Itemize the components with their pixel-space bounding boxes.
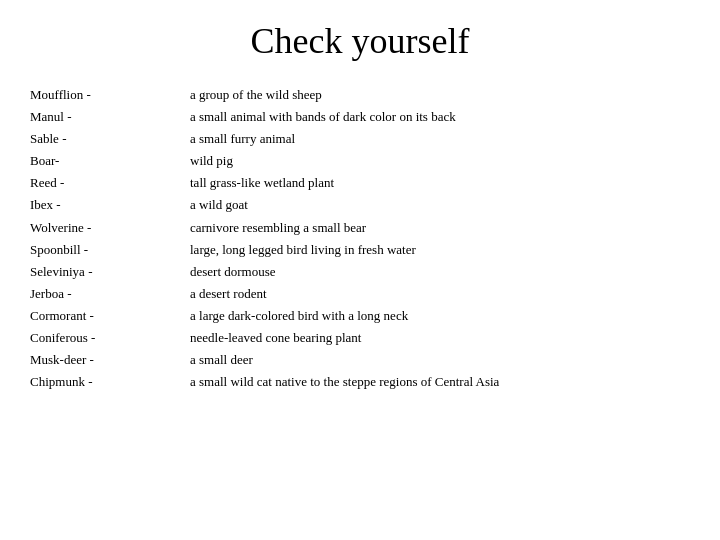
- page-title: Check yourself: [30, 20, 690, 62]
- term-5: Ibex -: [30, 194, 190, 216]
- term-8: Seleviniya -: [30, 261, 190, 283]
- term-3: Boar-: [30, 150, 190, 172]
- definition-1: a small animal with bands of dark color …: [190, 106, 690, 128]
- term-11: Coniferous -: [30, 327, 190, 349]
- definition-13: a small wild cat native to the steppe re…: [190, 371, 690, 393]
- definitions-column: a group of the wild sheepa small animal …: [190, 84, 690, 393]
- term-0: Moufflion -: [30, 84, 190, 106]
- term-12: Musk-deer -: [30, 349, 190, 371]
- term-1: Manul -: [30, 106, 190, 128]
- term-10: Cormorant -: [30, 305, 190, 327]
- definition-5: a wild goat: [190, 194, 690, 216]
- definition-4: tall grass-like wetland plant: [190, 172, 690, 194]
- term-4: Reed -: [30, 172, 190, 194]
- definition-0: a group of the wild sheep: [190, 84, 690, 106]
- definition-10: a large dark-colored bird with a long ne…: [190, 305, 690, 327]
- definition-2: a small furry animal: [190, 128, 690, 150]
- term-7: Spoonbill -: [30, 239, 190, 261]
- terms-column: Moufflion -Manul -Sable -Boar-Reed -Ibex…: [30, 84, 190, 393]
- term-9: Jerboa -: [30, 283, 190, 305]
- page: Check yourself Moufflion -Manul -Sable -…: [0, 0, 720, 540]
- term-2: Sable -: [30, 128, 190, 150]
- term-6: Wolverine -: [30, 217, 190, 239]
- definition-7: large, long legged bird living in fresh …: [190, 239, 690, 261]
- content-area: Moufflion -Manul -Sable -Boar-Reed -Ibex…: [30, 84, 690, 393]
- term-13: Chipmunk -: [30, 371, 190, 393]
- definition-11: needle-leaved cone bearing plant: [190, 327, 690, 349]
- definition-12: a small deer: [190, 349, 690, 371]
- definition-3: wild pig: [190, 150, 690, 172]
- definition-6: carnivore resembling a small bear: [190, 217, 690, 239]
- definition-8: desert dormouse: [190, 261, 690, 283]
- definition-9: a desert rodent: [190, 283, 690, 305]
